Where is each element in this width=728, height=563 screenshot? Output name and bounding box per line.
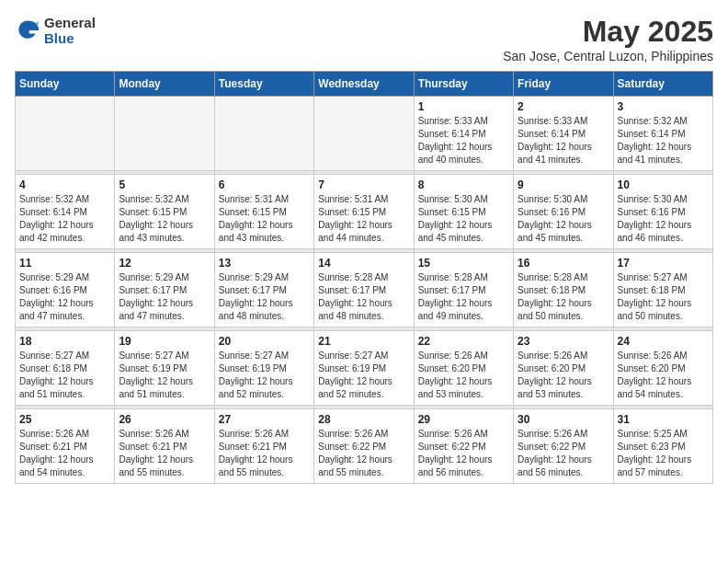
day-info: Sunrise: 5:32 AM Sunset: 6:15 PM Dayligh… bbox=[119, 193, 210, 245]
month-title: May 2025 bbox=[503, 15, 713, 49]
day-number: 13 bbox=[219, 257, 310, 270]
day-number: 19 bbox=[119, 335, 210, 348]
day-info: Sunrise: 5:28 AM Sunset: 6:17 PM Dayligh… bbox=[318, 271, 409, 323]
day-number: 12 bbox=[119, 257, 210, 270]
weekday-header-sunday: Sunday bbox=[16, 72, 115, 97]
day-number: 27 bbox=[219, 413, 310, 426]
day-number: 20 bbox=[219, 335, 310, 348]
day-info: Sunrise: 5:26 AM Sunset: 6:20 PM Dayligh… bbox=[418, 350, 509, 401]
weekday-header-saturday: Saturday bbox=[613, 72, 712, 97]
day-info: Sunrise: 5:28 AM Sunset: 6:17 PM Dayligh… bbox=[418, 271, 509, 323]
day-number: 8 bbox=[418, 178, 509, 191]
day-number: 31 bbox=[618, 413, 709, 426]
day-number: 9 bbox=[518, 178, 609, 191]
weekday-header-row: SundayMondayTuesdayWednesdayThursdayFrid… bbox=[16, 72, 713, 97]
day-number: 11 bbox=[19, 257, 110, 270]
calendar-cell: 6Sunrise: 5:31 AM Sunset: 6:15 PM Daylig… bbox=[214, 175, 313, 249]
day-info: Sunrise: 5:26 AM Sunset: 6:22 PM Dayligh… bbox=[518, 428, 609, 479]
day-info: Sunrise: 5:26 AM Sunset: 6:21 PM Dayligh… bbox=[219, 428, 310, 479]
day-number: 14 bbox=[318, 257, 409, 270]
calendar-week-row: 25Sunrise: 5:26 AM Sunset: 6:21 PM Dayli… bbox=[16, 409, 713, 484]
day-info: Sunrise: 5:32 AM Sunset: 6:14 PM Dayligh… bbox=[618, 115, 709, 167]
day-info: Sunrise: 5:27 AM Sunset: 6:18 PM Dayligh… bbox=[19, 350, 110, 401]
calendar-cell: 24Sunrise: 5:26 AM Sunset: 6:20 PM Dayli… bbox=[613, 331, 712, 406]
weekday-header-wednesday: Wednesday bbox=[314, 72, 414, 97]
day-number: 4 bbox=[19, 178, 110, 191]
calendar-cell: 22Sunrise: 5:26 AM Sunset: 6:20 PM Dayli… bbox=[414, 331, 513, 406]
calendar-week-row: 11Sunrise: 5:29 AM Sunset: 6:16 PM Dayli… bbox=[16, 253, 713, 327]
calendar-cell: 3Sunrise: 5:32 AM Sunset: 6:14 PM Daylig… bbox=[613, 97, 712, 171]
calendar-cell bbox=[115, 97, 214, 171]
day-number: 17 bbox=[618, 257, 709, 270]
page-header: General Blue May 2025 San Jose, Central … bbox=[15, 15, 713, 63]
calendar-cell: 14Sunrise: 5:28 AM Sunset: 6:17 PM Dayli… bbox=[314, 253, 414, 327]
calendar-cell: 29Sunrise: 5:26 AM Sunset: 6:22 PM Dayli… bbox=[414, 409, 513, 484]
weekday-header-monday: Monday bbox=[115, 72, 214, 97]
day-info: Sunrise: 5:27 AM Sunset: 6:19 PM Dayligh… bbox=[119, 350, 210, 401]
calendar-cell: 4Sunrise: 5:32 AM Sunset: 6:14 PM Daylig… bbox=[16, 175, 115, 249]
location-subtitle: San Jose, Central Luzon, Philippines bbox=[503, 49, 713, 63]
day-info: Sunrise: 5:26 AM Sunset: 6:20 PM Dayligh… bbox=[618, 350, 709, 401]
day-info: Sunrise: 5:25 AM Sunset: 6:23 PM Dayligh… bbox=[618, 428, 709, 479]
calendar-cell: 30Sunrise: 5:26 AM Sunset: 6:22 PM Dayli… bbox=[514, 409, 613, 484]
day-info: Sunrise: 5:27 AM Sunset: 6:18 PM Dayligh… bbox=[618, 271, 709, 323]
calendar-cell: 12Sunrise: 5:29 AM Sunset: 6:17 PM Dayli… bbox=[115, 253, 214, 327]
day-number: 2 bbox=[518, 100, 609, 113]
calendar-cell: 28Sunrise: 5:26 AM Sunset: 6:22 PM Dayli… bbox=[314, 409, 414, 484]
calendar-cell: 31Sunrise: 5:25 AM Sunset: 6:23 PM Dayli… bbox=[613, 409, 712, 484]
day-info: Sunrise: 5:31 AM Sunset: 6:15 PM Dayligh… bbox=[219, 193, 310, 245]
day-number: 6 bbox=[219, 178, 310, 191]
day-number: 1 bbox=[418, 100, 509, 113]
calendar-week-row: 18Sunrise: 5:27 AM Sunset: 6:18 PM Dayli… bbox=[16, 331, 713, 406]
day-info: Sunrise: 5:30 AM Sunset: 6:16 PM Dayligh… bbox=[618, 193, 709, 245]
calendar-cell: 19Sunrise: 5:27 AM Sunset: 6:19 PM Dayli… bbox=[115, 331, 214, 406]
day-info: Sunrise: 5:28 AM Sunset: 6:18 PM Dayligh… bbox=[518, 271, 609, 323]
logo-icon bbox=[15, 17, 40, 43]
calendar-cell: 26Sunrise: 5:26 AM Sunset: 6:21 PM Dayli… bbox=[115, 409, 214, 484]
day-info: Sunrise: 5:29 AM Sunset: 6:16 PM Dayligh… bbox=[19, 271, 110, 323]
day-number: 5 bbox=[119, 178, 210, 191]
day-number: 22 bbox=[418, 335, 509, 348]
calendar-cell: 10Sunrise: 5:30 AM Sunset: 6:16 PM Dayli… bbox=[613, 175, 712, 249]
day-info: Sunrise: 5:30 AM Sunset: 6:15 PM Dayligh… bbox=[418, 193, 509, 245]
day-number: 30 bbox=[518, 413, 609, 426]
day-info: Sunrise: 5:29 AM Sunset: 6:17 PM Dayligh… bbox=[219, 271, 310, 323]
calendar-table: SundayMondayTuesdayWednesdayThursdayFrid… bbox=[15, 71, 713, 484]
calendar-cell: 2Sunrise: 5:33 AM Sunset: 6:14 PM Daylig… bbox=[514, 97, 613, 171]
day-number: 10 bbox=[618, 178, 709, 191]
day-number: 25 bbox=[19, 413, 110, 426]
day-info: Sunrise: 5:27 AM Sunset: 6:19 PM Dayligh… bbox=[219, 350, 310, 401]
weekday-header-tuesday: Tuesday bbox=[214, 72, 313, 97]
day-number: 26 bbox=[119, 413, 210, 426]
calendar-cell: 16Sunrise: 5:28 AM Sunset: 6:18 PM Dayli… bbox=[514, 253, 613, 327]
calendar-cell: 15Sunrise: 5:28 AM Sunset: 6:17 PM Dayli… bbox=[414, 253, 513, 327]
day-number: 15 bbox=[418, 257, 509, 270]
day-info: Sunrise: 5:30 AM Sunset: 6:16 PM Dayligh… bbox=[518, 193, 609, 245]
day-info: Sunrise: 5:26 AM Sunset: 6:22 PM Dayligh… bbox=[418, 428, 509, 479]
calendar-cell: 17Sunrise: 5:27 AM Sunset: 6:18 PM Dayli… bbox=[613, 253, 712, 327]
calendar-cell: 9Sunrise: 5:30 AM Sunset: 6:16 PM Daylig… bbox=[514, 175, 613, 249]
calendar-cell: 20Sunrise: 5:27 AM Sunset: 6:19 PM Dayli… bbox=[214, 331, 313, 406]
calendar-cell: 23Sunrise: 5:26 AM Sunset: 6:20 PM Dayli… bbox=[514, 331, 613, 406]
title-block: May 2025 San Jose, Central Luzon, Philip… bbox=[503, 15, 713, 63]
calendar-week-row: 1Sunrise: 5:33 AM Sunset: 6:14 PM Daylig… bbox=[16, 97, 713, 171]
day-info: Sunrise: 5:33 AM Sunset: 6:14 PM Dayligh… bbox=[418, 115, 509, 167]
weekday-header-friday: Friday bbox=[514, 72, 613, 97]
calendar-cell bbox=[214, 97, 313, 171]
logo-text: General Blue bbox=[44, 15, 96, 46]
day-info: Sunrise: 5:29 AM Sunset: 6:17 PM Dayligh… bbox=[119, 271, 210, 323]
day-info: Sunrise: 5:26 AM Sunset: 6:21 PM Dayligh… bbox=[19, 428, 110, 479]
day-number: 18 bbox=[19, 335, 110, 348]
calendar-cell: 11Sunrise: 5:29 AM Sunset: 6:16 PM Dayli… bbox=[16, 253, 115, 327]
day-info: Sunrise: 5:26 AM Sunset: 6:20 PM Dayligh… bbox=[518, 350, 609, 401]
calendar-cell: 1Sunrise: 5:33 AM Sunset: 6:14 PM Daylig… bbox=[414, 97, 513, 171]
calendar-week-row: 4Sunrise: 5:32 AM Sunset: 6:14 PM Daylig… bbox=[16, 175, 713, 249]
day-number: 21 bbox=[318, 335, 409, 348]
day-info: Sunrise: 5:27 AM Sunset: 6:19 PM Dayligh… bbox=[318, 350, 409, 401]
calendar-cell: 8Sunrise: 5:30 AM Sunset: 6:15 PM Daylig… bbox=[414, 175, 513, 249]
day-number: 16 bbox=[518, 257, 609, 270]
calendar-cell bbox=[314, 97, 414, 171]
calendar-cell: 5Sunrise: 5:32 AM Sunset: 6:15 PM Daylig… bbox=[115, 175, 214, 249]
calendar-cell bbox=[16, 97, 115, 171]
day-info: Sunrise: 5:26 AM Sunset: 6:22 PM Dayligh… bbox=[318, 428, 409, 479]
